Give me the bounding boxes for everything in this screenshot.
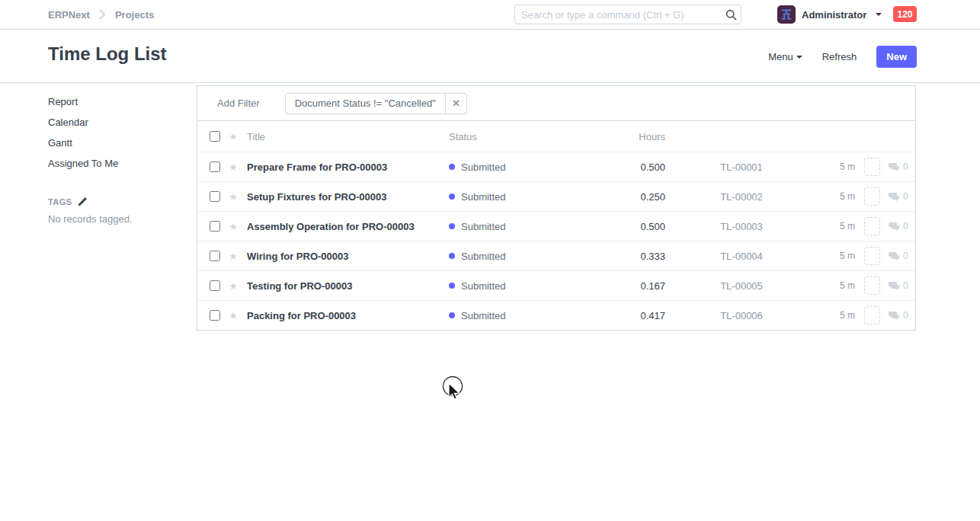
chevron-down-icon bbox=[796, 56, 802, 59]
search-icon[interactable] bbox=[721, 9, 741, 21]
comment-count-value: 0 bbox=[903, 221, 908, 232]
breadcrumb-item-projects[interactable]: Projects bbox=[115, 9, 154, 21]
doc-id: TL-00002 bbox=[665, 191, 818, 203]
status-indicator: Submitted bbox=[449, 161, 578, 173]
doc-id: TL-00005 bbox=[665, 280, 818, 292]
tags-section-header: TAGS bbox=[48, 197, 185, 206]
menu-label: Menu bbox=[768, 51, 793, 62]
assign-placeholder[interactable] bbox=[864, 276, 880, 295]
row-checkbox[interactable] bbox=[210, 161, 220, 172]
search-input[interactable] bbox=[515, 9, 721, 21]
assign-placeholder[interactable] bbox=[864, 247, 880, 265]
star-icon[interactable]: ★ bbox=[227, 191, 239, 203]
status-label: Submitted bbox=[461, 161, 506, 173]
star-icon[interactable]: ★ bbox=[227, 221, 239, 232]
comment-icon bbox=[889, 192, 900, 202]
doc-id: TL-00001 bbox=[665, 161, 818, 173]
hours-value: 0.417 bbox=[578, 310, 665, 321]
row-checkbox-cell bbox=[210, 251, 221, 261]
sidebar-item-assigned-to-me[interactable]: Assigned To Me bbox=[48, 154, 185, 174]
table-row[interactable]: ★ Packing for PRO-00003 Submitted 0.417 … bbox=[197, 300, 915, 330]
star-icon[interactable]: ★ bbox=[227, 310, 239, 321]
row-checkbox-cell bbox=[210, 221, 221, 232]
comment-icon bbox=[889, 222, 900, 232]
comment-icon bbox=[889, 162, 900, 172]
row-checkbox-cell bbox=[210, 280, 221, 291]
notification-badge[interactable]: 120 bbox=[893, 6, 917, 22]
row-checkbox[interactable] bbox=[210, 310, 220, 321]
row-checkbox[interactable] bbox=[210, 221, 220, 232]
comment-icon bbox=[889, 311, 900, 321]
add-filter-button[interactable]: Add Filter bbox=[217, 97, 260, 109]
column-header-status: Status bbox=[449, 131, 578, 142]
comment-count: 0 bbox=[889, 280, 908, 291]
row-title-link[interactable]: Assembly Operation for PRO-00003 bbox=[247, 221, 449, 232]
user-menu[interactable]: Administrator bbox=[777, 0, 882, 29]
edit-tags-pencil-icon[interactable] bbox=[78, 197, 88, 206]
sidebar-item-calendar[interactable]: Calendar bbox=[48, 113, 185, 133]
sidebar-item-gantt[interactable]: Gantt bbox=[48, 133, 185, 153]
comment-count-value: 0 bbox=[903, 310, 908, 321]
table-row[interactable]: ★ Prepare Frame for PRO-00003 Submitted … bbox=[197, 152, 915, 181]
assign-placeholder[interactable] bbox=[864, 217, 880, 235]
star-icon[interactable]: ★ bbox=[227, 131, 239, 142]
status-dot-icon bbox=[449, 223, 455, 229]
status-indicator: Submitted bbox=[449, 310, 578, 321]
comment-count: 0 bbox=[889, 251, 908, 261]
comment-icon bbox=[889, 281, 900, 291]
row-title-link[interactable]: Packing for PRO-00003 bbox=[247, 310, 449, 321]
table-row[interactable]: ★ Setup Fixtures for PRO-00003 Submitted… bbox=[197, 181, 915, 211]
select-all-checkbox[interactable] bbox=[210, 131, 220, 142]
status-indicator: Submitted bbox=[449, 191, 578, 203]
hours-value: 0.333 bbox=[578, 251, 665, 262]
top-navbar: ERPNext Projects bbox=[0, 0, 980, 30]
filter-condition[interactable]: Document Status != "Cancelled" bbox=[286, 94, 445, 113]
row-checkbox[interactable] bbox=[210, 251, 220, 261]
modified-ago: 5 m bbox=[818, 221, 855, 232]
comment-count: 0 bbox=[889, 310, 908, 321]
breadcrumb: ERPNext Projects bbox=[48, 0, 154, 29]
row-title-link[interactable]: Testing for PRO-00003 bbox=[247, 280, 449, 292]
row-checkbox-cell bbox=[210, 310, 221, 321]
star-icon[interactable]: ★ bbox=[227, 251, 239, 262]
remove-filter-icon[interactable]: ✕ bbox=[445, 94, 466, 113]
new-button[interactable]: New bbox=[876, 46, 917, 68]
table-row[interactable]: ★ Wiring for PRO-00003 Submitted 0.333 T… bbox=[197, 241, 915, 270]
menu-dropdown-button[interactable]: Menu bbox=[768, 51, 802, 62]
modified-ago: 5 m bbox=[818, 161, 855, 172]
status-label: Submitted bbox=[461, 191, 506, 203]
page-header: Time Log List Menu Refresh New bbox=[0, 30, 980, 83]
status-dot-icon bbox=[449, 312, 455, 318]
tags-label: TAGS bbox=[48, 197, 72, 206]
row-title-link[interactable]: Prepare Frame for PRO-00003 bbox=[247, 161, 449, 173]
table-row[interactable]: ★ Testing for PRO-00003 Submitted 0.167 … bbox=[197, 270, 915, 300]
row-title-link[interactable]: Wiring for PRO-00003 bbox=[247, 251, 449, 262]
user-name: Administrator bbox=[802, 9, 866, 21]
assign-placeholder[interactable] bbox=[864, 158, 880, 176]
page-actions: Menu Refresh New bbox=[768, 30, 917, 83]
row-title-link[interactable]: Setup Fixtures for PRO-00003 bbox=[247, 191, 449, 203]
doc-id: TL-00003 bbox=[665, 221, 818, 232]
assign-placeholder[interactable] bbox=[864, 187, 880, 206]
status-label: Submitted bbox=[461, 221, 506, 232]
sidebar-item-report[interactable]: Report bbox=[48, 92, 185, 112]
hours-value: 0.500 bbox=[578, 161, 665, 173]
status-label: Submitted bbox=[461, 310, 506, 321]
select-all-checkbox-cell bbox=[210, 131, 221, 142]
avatar bbox=[777, 5, 796, 24]
status-indicator: Submitted bbox=[449, 280, 578, 292]
hours-value: 0.167 bbox=[578, 280, 665, 292]
refresh-button[interactable]: Refresh bbox=[822, 51, 857, 62]
status-label: Submitted bbox=[461, 251, 506, 262]
app-window: ERPNext Projects bbox=[0, 0, 980, 521]
row-checkbox[interactable] bbox=[210, 191, 220, 202]
chevron-down-icon bbox=[876, 13, 882, 16]
star-icon[interactable]: ★ bbox=[227, 161, 239, 173]
status-dot-icon bbox=[449, 164, 455, 170]
star-icon[interactable]: ★ bbox=[227, 280, 239, 292]
brand-link[interactable]: ERPNext bbox=[48, 9, 90, 21]
assign-placeholder[interactable] bbox=[864, 306, 880, 324]
row-checkbox[interactable] bbox=[210, 280, 220, 291]
table-row[interactable]: ★ Assembly Operation for PRO-00003 Submi… bbox=[197, 211, 915, 241]
status-dot-icon bbox=[449, 193, 455, 200]
